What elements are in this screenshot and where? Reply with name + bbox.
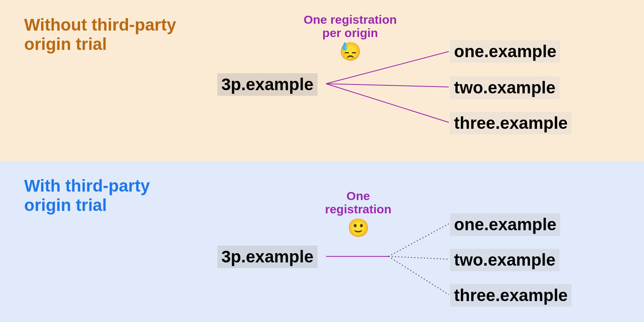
panel-with-third-party: With third-party origin trial 3p.example…: [0, 161, 644, 322]
annotation-bottom-line1: One: [347, 189, 370, 202]
dest-three-bottom: three.example: [450, 284, 572, 307]
annotation-top-line1: One registration: [303, 13, 397, 26]
dest-one-top: one.example: [450, 40, 560, 63]
dest-three-top: three.example: [450, 112, 572, 134]
svg-line-2: [326, 84, 449, 122]
annotation-top: One registration per origin 😓: [290, 13, 411, 61]
panel-without-third-party: Without third-party origin trial 3p.exam…: [0, 0, 644, 161]
svg-line-6: [388, 256, 449, 295]
title-with: With third-party origin trial: [24, 176, 185, 215]
dest-one-bottom: one.example: [450, 213, 560, 236]
source-label-bottom: 3p.example: [217, 246, 318, 268]
smile-emoji-icon: 🙂: [347, 218, 369, 237]
source-label-top: 3p.example: [217, 73, 318, 96]
sad-sweat-emoji-icon: 😓: [339, 42, 361, 61]
svg-line-5: [388, 256, 449, 259]
annotation-bottom: One registration 🙂: [318, 189, 398, 237]
dest-two-bottom: two.example: [450, 249, 559, 271]
title-without: Without third-party origin trial: [24, 15, 185, 54]
annotation-bottom-line2: registration: [325, 202, 391, 216]
dest-two-top: two.example: [450, 76, 559, 99]
annotation-top-line2: per origin: [322, 26, 378, 39]
svg-line-1: [326, 84, 449, 87]
